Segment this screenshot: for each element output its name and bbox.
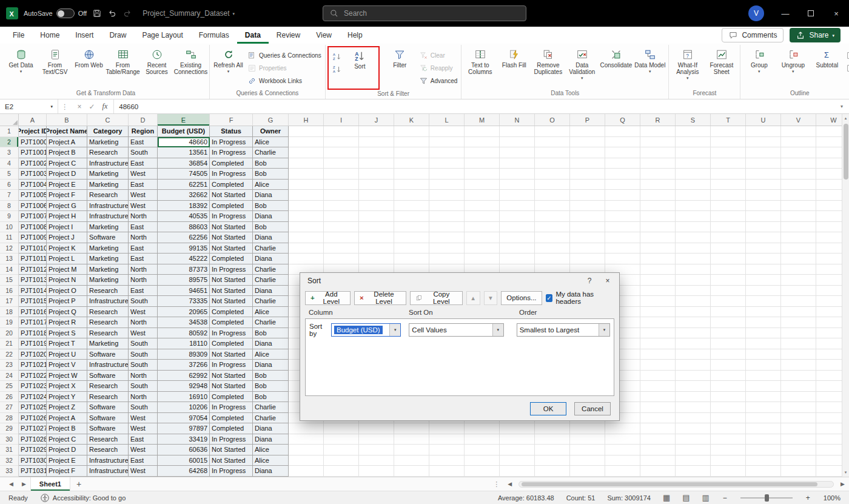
cell-N1[interactable]: [500, 126, 535, 137]
col-header-T[interactable]: T: [711, 114, 746, 126]
cell-H3[interactable]: [289, 147, 324, 158]
row-header-17[interactable]: 17: [0, 296, 19, 307]
cell-K4[interactable]: [394, 158, 429, 169]
cell-A1[interactable]: Project ID: [19, 126, 47, 137]
row-header-2[interactable]: 2: [0, 137, 19, 148]
cell-F29[interactable]: Completed: [210, 423, 253, 434]
cell-A19[interactable]: PJT1017: [19, 317, 47, 328]
cell-V8[interactable]: [781, 201, 816, 212]
cell-M33[interactable]: [465, 466, 500, 477]
cell-G13[interactable]: Diana: [253, 254, 289, 264]
sort-ascending-button[interactable]: AZ: [331, 50, 343, 62]
cell-Q4[interactable]: [605, 158, 640, 169]
cell-V33[interactable]: [781, 466, 816, 477]
sort-order-dropdown[interactable]: Smallest to Largest ▾: [517, 323, 610, 337]
col-header-N[interactable]: N: [500, 114, 535, 126]
cell-Q11[interactable]: [605, 232, 640, 243]
from-web-button[interactable]: From Web: [72, 46, 106, 69]
cell-V22[interactable]: [781, 349, 816, 360]
col-header-K[interactable]: K: [394, 114, 429, 126]
cell-W10[interactable]: [816, 222, 842, 233]
cell-W32[interactable]: [816, 455, 842, 466]
advanced-button[interactable]: Advanced: [417, 75, 459, 87]
cell-M32[interactable]: [465, 455, 500, 466]
cell-R13[interactable]: [640, 254, 676, 264]
cell-G16[interactable]: Diana: [253, 286, 289, 297]
cell-E1[interactable]: Budget (USD): [158, 126, 210, 137]
row-header-10[interactable]: 10: [0, 222, 19, 233]
col-header-P[interactable]: P: [570, 114, 605, 126]
cell-R33[interactable]: [640, 466, 676, 477]
cell-F25[interactable]: Not Started: [210, 381, 253, 392]
cell-W23[interactable]: [816, 360, 842, 371]
cell-V32[interactable]: [781, 455, 816, 466]
cell-F9[interactable]: In Progress: [210, 211, 253, 222]
cell-H5[interactable]: [289, 169, 324, 180]
cell-M31[interactable]: [465, 445, 500, 455]
cell-D9[interactable]: North: [129, 211, 158, 222]
cell-R22[interactable]: [640, 349, 676, 360]
cell-U17[interactable]: [746, 296, 781, 307]
cell-Q6[interactable]: [605, 180, 640, 190]
col-header-I[interactable]: I: [324, 114, 359, 126]
row-header-18[interactable]: 18: [0, 307, 19, 318]
cell-C33[interactable]: Infrastructure: [87, 466, 129, 477]
cell-U29[interactable]: [746, 423, 781, 434]
cell-B8[interactable]: Project G: [47, 201, 87, 212]
cell-U32[interactable]: [746, 455, 781, 466]
row-header-32[interactable]: 32: [0, 455, 19, 466]
cell-E11[interactable]: 62256: [158, 232, 210, 243]
cell-A5[interactable]: PJT1003: [19, 169, 47, 180]
cell-N6[interactable]: [500, 180, 535, 190]
cell-D24[interactable]: North: [129, 371, 158, 381]
cell-U21[interactable]: [746, 338, 781, 349]
cell-L29[interactable]: [429, 423, 465, 434]
options-button[interactable]: Options...: [501, 291, 542, 305]
cell-J31[interactable]: [359, 445, 394, 455]
cell-W33[interactable]: [816, 466, 842, 477]
cell-R2[interactable]: [640, 137, 676, 148]
cell-B22[interactable]: Project U: [47, 349, 87, 360]
cell-E26[interactable]: 16910: [158, 392, 210, 403]
cell-V26[interactable]: [781, 392, 816, 403]
cell-V1[interactable]: [781, 126, 816, 137]
cell-V10[interactable]: [781, 222, 816, 233]
cell-E16[interactable]: 94651: [158, 286, 210, 297]
cell-R16[interactable]: [640, 286, 676, 297]
cell-U2[interactable]: [746, 137, 781, 148]
cell-C20[interactable]: Research: [87, 328, 129, 339]
cell-M4[interactable]: [465, 158, 500, 169]
cell-D31[interactable]: West: [129, 445, 158, 455]
clear-button[interactable]: Clear: [417, 49, 459, 61]
cell-W1[interactable]: [816, 126, 842, 137]
cell-K8[interactable]: [394, 201, 429, 212]
cell-C16[interactable]: Research: [87, 286, 129, 297]
cell-K6[interactable]: [394, 180, 429, 190]
cell-U31[interactable]: [746, 445, 781, 455]
cell-G9[interactable]: Diana: [253, 211, 289, 222]
cell-S31[interactable]: [676, 445, 711, 455]
cell-R7[interactable]: [640, 190, 676, 201]
cell-D30[interactable]: East: [129, 434, 158, 445]
cell-A2[interactable]: PJT1000: [19, 137, 47, 148]
formula-bar-expand-icon[interactable]: ▾: [841, 104, 849, 109]
cell-F20[interactable]: In Progress: [210, 328, 253, 339]
name-box[interactable]: E2 ▾: [0, 99, 58, 113]
cell-U5[interactable]: [746, 169, 781, 180]
cell-V17[interactable]: [781, 296, 816, 307]
cell-S11[interactable]: [676, 232, 711, 243]
cell-F4[interactable]: Completed: [210, 158, 253, 169]
autosave-toggle[interactable]: [56, 8, 75, 18]
cell-U27[interactable]: [746, 402, 781, 413]
cell-D4[interactable]: East: [129, 158, 158, 169]
cell-C6[interactable]: Marketing: [87, 180, 129, 190]
cell-M5[interactable]: [465, 169, 500, 180]
cell-E12[interactable]: 99135: [158, 243, 210, 254]
cell-A13[interactable]: PJT1011: [19, 254, 47, 264]
cell-B12[interactable]: Project K: [47, 243, 87, 254]
cell-A9[interactable]: PJT1007: [19, 211, 47, 222]
cell-S27[interactable]: [676, 402, 711, 413]
cell-W6[interactable]: [816, 180, 842, 190]
cell-U1[interactable]: [746, 126, 781, 137]
cell-C13[interactable]: Marketing: [87, 254, 129, 264]
